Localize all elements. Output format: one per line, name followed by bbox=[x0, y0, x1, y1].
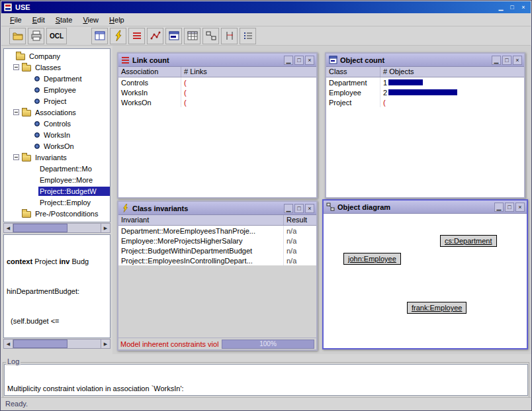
frame-close-button[interactable]: × bbox=[305, 204, 314, 213]
open-file-button[interactable] bbox=[9, 28, 26, 44]
menu-file[interactable]: File bbox=[5, 15, 27, 25]
scroll-left-button[interactable]: ◀ bbox=[4, 340, 13, 348]
tree-collapse-toggle[interactable] bbox=[13, 64, 19, 70]
tree-horizontal-scrollbar[interactable]: ◀ ▶ bbox=[3, 223, 111, 233]
frame-iconify-button[interactable]: ▁ bbox=[494, 203, 504, 212]
tree-item-classes[interactable]: Classes bbox=[4, 62, 110, 73]
table-row[interactable]: Project::BudgetWithinDepartmentBudget n/… bbox=[118, 246, 316, 255]
invariants-status-row: Model inherent constraints viol... 100% bbox=[118, 338, 316, 349]
scrollbar-thumb[interactable] bbox=[13, 340, 67, 348]
object-node-john-employee[interactable]: john:Employee bbox=[343, 253, 401, 265]
scrollbar-track[interactable] bbox=[13, 224, 101, 232]
link-count-titlebar[interactable]: Link count ▁ □ × bbox=[118, 54, 316, 67]
tree-collapse-toggle[interactable] bbox=[13, 109, 19, 115]
link-count-frame: Link count ▁ □ × Association # Links Con… bbox=[117, 52, 318, 199]
menu-edit[interactable]: Edit bbox=[27, 15, 50, 25]
zero-count-mark: ( bbox=[184, 89, 187, 97]
window-titlebar[interactable]: USE ▁ □ × bbox=[1, 1, 531, 13]
tree-item-worksin[interactable]: WorksIn bbox=[4, 129, 110, 140]
table-row[interactable]: WorksOn ( bbox=[118, 97, 316, 107]
frame-maximize-button[interactable]: □ bbox=[502, 56, 511, 65]
frame-iconify-button[interactable]: ▁ bbox=[284, 56, 293, 65]
tree-item-invariant-employee[interactable]: Employee::More bbox=[4, 174, 110, 185]
object-node-cs-department[interactable]: cs:Department bbox=[440, 235, 497, 247]
sequence-diagram-icon bbox=[224, 30, 236, 42]
link-count-view-button[interactable] bbox=[128, 28, 145, 44]
tree-label-selected: Project::BudgetW bbox=[38, 187, 110, 196]
frame-iconify-button[interactable]: ▁ bbox=[492, 56, 501, 65]
invariant-detail-panel: context Project inv Budg hinDepartmentBu… bbox=[3, 234, 111, 338]
window-close-button[interactable]: × bbox=[519, 3, 528, 12]
object-diagram-canvas[interactable]: cs:Department john:Employee frank:Employ… bbox=[324, 214, 527, 348]
association-cell: WorksOn bbox=[118, 97, 181, 107]
window-maximize-button[interactable]: □ bbox=[508, 3, 517, 12]
frame-maximize-button[interactable]: □ bbox=[505, 203, 514, 212]
tree-item-prepostconditions[interactable]: Pre-/Postconditions bbox=[4, 208, 110, 219]
table-row[interactable]: Department::MoreEmployeesThanProje... n/… bbox=[118, 226, 316, 236]
tree-item-invariant-project-budget[interactable]: Project::BudgetW bbox=[4, 185, 110, 197]
object-count-titlebar[interactable]: Object count ▁ □ × bbox=[326, 54, 524, 67]
table-row[interactable]: Project ( bbox=[326, 97, 524, 107]
tree-item-invariant-project-employees[interactable]: Project::Employ bbox=[4, 197, 110, 208]
tree-item-company[interactable]: Company bbox=[4, 50, 110, 62]
zero-count-mark: ( bbox=[383, 99, 386, 107]
table-row[interactable]: Controls ( bbox=[118, 77, 316, 87]
frame-iconify-button[interactable]: ▁ bbox=[284, 204, 293, 213]
table-row[interactable]: Department 1 bbox=[326, 77, 524, 87]
ocl-evaluate-button[interactable]: OCL bbox=[46, 28, 67, 44]
scrollbar-track[interactable] bbox=[13, 340, 101, 348]
tree-item-controls[interactable]: Controls bbox=[4, 118, 110, 129]
object-diagram-titlebar[interactable]: Object diagram ▁ □ × bbox=[324, 201, 527, 214]
tree-item-project[interactable]: Project bbox=[4, 95, 110, 107]
tree-item-associations[interactable]: Associations bbox=[4, 107, 110, 118]
class-cell: Employee bbox=[326, 87, 380, 97]
print-button[interactable] bbox=[28, 28, 44, 44]
state-evolution-view-button[interactable] bbox=[147, 28, 163, 44]
frame-close-button[interactable]: × bbox=[305, 56, 314, 65]
tree-item-invariant-department[interactable]: Department::Mo bbox=[4, 163, 110, 174]
window-minimize-button[interactable]: ▁ bbox=[496, 3, 506, 12]
tree-collapse-toggle[interactable] bbox=[13, 154, 19, 160]
progress-bar: 100% bbox=[222, 340, 314, 349]
scrollbar-thumb[interactable] bbox=[13, 224, 67, 232]
ocl-line-2: hinDepartmentBudget: bbox=[7, 287, 107, 297]
scroll-right-button[interactable]: ▶ bbox=[101, 340, 110, 348]
table-row[interactable]: WorksIn ( bbox=[118, 87, 316, 97]
class-diagram-view-button[interactable] bbox=[91, 28, 108, 44]
menu-state[interactable]: State bbox=[50, 15, 78, 25]
horizontal-splitter[interactable] bbox=[1, 354, 531, 357]
link-count-body: Association # Links Controls ( WorksIn (… bbox=[118, 67, 316, 197]
detail-horizontal-scrollbar[interactable]: ◀ ▶ bbox=[3, 339, 111, 349]
menu-help[interactable]: Help bbox=[104, 15, 130, 25]
class-diagram-icon bbox=[94, 30, 106, 42]
class-cell: Project bbox=[326, 97, 380, 107]
links-cell: ( bbox=[181, 87, 316, 97]
class-invariant-view-button[interactable] bbox=[110, 28, 126, 44]
sequence-diagram-view-button[interactable] bbox=[221, 28, 238, 44]
menu-view[interactable]: View bbox=[77, 15, 104, 25]
table-row[interactable]: Employee::MoreProjectsHigherSalary n/a bbox=[118, 236, 316, 246]
class-invariants-titlebar[interactable]: Class invariants ▁ □ × bbox=[118, 202, 316, 215]
tree-item-workson[interactable]: WorksOn bbox=[4, 140, 110, 152]
lightning-icon bbox=[120, 204, 130, 213]
frame-maximize-button[interactable]: □ bbox=[294, 56, 304, 65]
object-count-view-button[interactable] bbox=[165, 28, 182, 44]
frame-close-button[interactable]: × bbox=[515, 203, 525, 212]
class-invariants-frame: Class invariants ▁ □ × Invariant Result … bbox=[117, 201, 318, 351]
object-node-frank-employee[interactable]: frank:Employee bbox=[407, 302, 466, 314]
object-count-icon bbox=[328, 56, 337, 65]
scroll-right-button[interactable]: ▶ bbox=[101, 224, 110, 232]
table-row[interactable]: Project::EmployeesInControllingDepart...… bbox=[118, 255, 316, 265]
column-header-result: Result bbox=[284, 215, 316, 225]
command-list-view-button[interactable] bbox=[240, 28, 256, 44]
tree-item-department[interactable]: Department bbox=[4, 73, 110, 84]
tree-item-employee[interactable]: Employee bbox=[4, 84, 110, 95]
frame-close-button[interactable]: × bbox=[513, 56, 522, 65]
log-text-area[interactable]: Multiplicity constraint violation in ass… bbox=[4, 364, 528, 396]
class-extent-view-button[interactable] bbox=[184, 28, 200, 44]
table-row[interactable]: Employee 2 bbox=[326, 87, 524, 97]
tree-item-invariants[interactable]: Invariants bbox=[4, 152, 110, 163]
object-diagram-view-button[interactable] bbox=[202, 28, 219, 44]
scroll-left-button[interactable]: ◀ bbox=[4, 224, 13, 232]
frame-maximize-button[interactable]: □ bbox=[294, 204, 304, 213]
